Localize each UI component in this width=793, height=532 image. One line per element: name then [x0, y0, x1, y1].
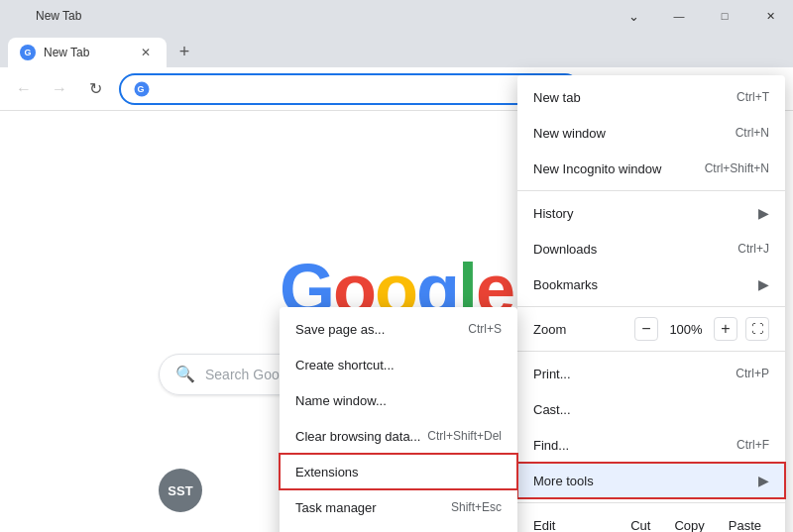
forward-button[interactable]: → [44, 73, 75, 105]
menu-item-downloads[interactable]: Downloads Ctrl+J [517, 231, 785, 266]
submenu-clear-label: Clear browsing data... [295, 429, 420, 444]
maximize-button[interactable]: □ [702, 0, 747, 32]
minimize-button[interactable]: — [656, 0, 702, 32]
copy-button[interactable]: Copy [666, 516, 712, 533]
zoom-out-button[interactable]: − [634, 317, 658, 341]
menu-item-edit: Edit Cut Copy Paste [517, 507, 785, 532]
submenu-item-clear-data[interactable]: Clear browsing data... Ctrl+Shift+Del [280, 418, 517, 454]
zoom-value: 100% [666, 322, 706, 337]
divider-4 [517, 502, 785, 503]
submenu-task-label: Task manager [295, 500, 377, 515]
submenu-shortcut-label: Create shortcut... [295, 358, 395, 372]
zoom-in-button[interactable]: + [714, 317, 737, 341]
submenu-extensions-label: Extensions [295, 465, 359, 479]
user-avatar-sst[interactable]: SST [159, 469, 202, 512]
menu-item-bookmarks[interactable]: Bookmarks ▶ [517, 266, 785, 302]
google-g-icon: G [133, 80, 151, 98]
main-dropdown-menu: New tab Ctrl+T New window Ctrl+N New Inc… [517, 75, 785, 532]
refresh-button[interactable]: ↻ [79, 73, 111, 105]
back-button[interactable]: ← [8, 73, 40, 105]
more-tools-submenu: Save page as... Ctrl+S Create shortcut..… [280, 307, 517, 532]
submenu-item-task-manager[interactable]: Task manager Shift+Esc [280, 489, 517, 525]
svg-text:G: G [138, 84, 145, 94]
zoom-controls: − 100% + ⛶ [634, 317, 769, 341]
submenu-item-shortcut[interactable]: Create shortcut... [280, 347, 517, 382]
new-tab-button[interactable]: + [170, 38, 198, 65]
address-bar[interactable]: G [119, 73, 581, 105]
fullscreen-button[interactable]: ⛶ [745, 317, 769, 341]
submenu-item-devtools[interactable]: Developer tools Ctrl+Shift+I [280, 525, 517, 532]
tab-favicon: G [20, 45, 36, 60]
menu-item-print[interactable]: Print... Ctrl+P [517, 356, 785, 391]
active-tab[interactable]: G New Tab ✕ [8, 38, 167, 67]
edit-actions: Cut Copy Paste [623, 516, 769, 533]
tab-label: New Tab [44, 46, 89, 59]
close-button[interactable]: ✕ [747, 0, 793, 32]
window-controls: ⌄ — □ ✕ [611, 0, 793, 32]
url-input[interactable] [157, 81, 567, 97]
menu-item-new-window[interactable]: New window Ctrl+N [517, 115, 785, 151]
menu-item-new-tab[interactable]: New tab Ctrl+T [517, 79, 785, 115]
menu-item-history[interactable]: History ▶ [517, 195, 785, 231]
submenu-name-window-label: Name window... [295, 393, 387, 408]
submenu-save-label: Save page as... [295, 322, 385, 337]
paste-button[interactable]: Paste [721, 516, 769, 533]
submenu-item-extensions[interactable]: Extensions [280, 454, 517, 489]
submenu-item-name-window[interactable]: Name window... [280, 382, 517, 418]
title-bar-text: New Tab [36, 9, 81, 23]
title-bar: New Tab ⌄ — □ ✕ [0, 0, 793, 32]
menu-item-more-tools[interactable]: More tools ▶ [517, 463, 785, 498]
search-icon: 🔍 [175, 365, 195, 383]
menu-item-zoom: Zoom − 100% + ⛶ [517, 311, 785, 347]
menu-item-cast[interactable]: Cast... [517, 391, 785, 427]
menu-item-find[interactable]: Find... Ctrl+F [517, 427, 785, 463]
cut-button[interactable]: Cut [623, 516, 658, 533]
submenu-item-save[interactable]: Save page as... Ctrl+S [280, 311, 517, 347]
chevron-down-icon[interactable]: ⌄ [611, 0, 656, 32]
divider-2 [517, 306, 785, 307]
divider-3 [517, 351, 785, 352]
tab-bar: G New Tab ✕ + [0, 32, 793, 67]
tab-close-button[interactable]: ✕ [137, 44, 155, 61]
fullscreen-icon: ⛶ [751, 322, 763, 336]
menu-item-incognito[interactable]: New Incognito window Ctrl+Shift+N [517, 151, 785, 186]
divider-1 [517, 190, 785, 191]
